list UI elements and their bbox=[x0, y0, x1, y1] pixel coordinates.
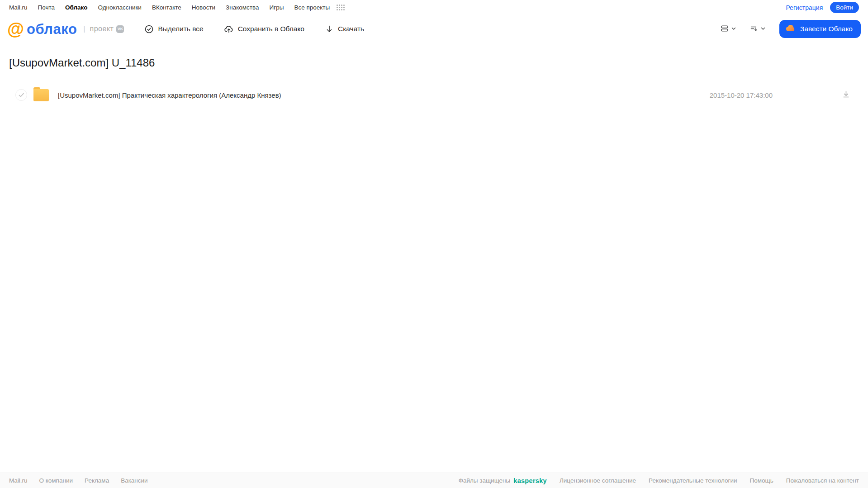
select-all-label: Выделить все bbox=[158, 25, 203, 33]
row-checkbox[interactable] bbox=[15, 89, 27, 101]
file-date: 2015-10-20 17:43:00 bbox=[710, 91, 773, 99]
cloud-upload-icon bbox=[224, 25, 233, 33]
footer-link-report[interactable]: Пожаловаться на контент bbox=[786, 477, 859, 484]
portal-link-all-projects[interactable]: Все проекты bbox=[294, 4, 330, 11]
all-projects-grid-icon[interactable] bbox=[337, 5, 345, 10]
create-cloud-button[interactable]: Завести Облако bbox=[779, 20, 861, 38]
chevron-down-icon bbox=[731, 26, 736, 33]
topbar-auth-area: Регистрация Войти bbox=[786, 2, 859, 13]
cloud-logo[interactable]: @ облако bbox=[7, 20, 77, 38]
portal-link-games[interactable]: Игры bbox=[270, 4, 284, 11]
save-to-cloud-button[interactable]: Сохранить в Облако bbox=[223, 22, 305, 36]
toolbar-view-controls: Завести Облако bbox=[719, 20, 861, 38]
footer: Mail.ru О компании Реклама Вакансии Файл… bbox=[0, 473, 868, 488]
cloud-icon bbox=[786, 24, 796, 33]
file-row[interactable]: [UsupovMarket.com] Практическая характер… bbox=[7, 84, 861, 106]
download-label: Скачать bbox=[338, 25, 364, 33]
page-title: [UsupovMarket.com] U_11486 bbox=[9, 57, 859, 69]
file-list: [UsupovMarket.com] Практическая характер… bbox=[0, 84, 868, 106]
download-icon bbox=[842, 90, 850, 99]
footer-left-links: Mail.ru О компании Реклама Вакансии bbox=[9, 477, 148, 484]
download-icon bbox=[325, 25, 333, 33]
files-protected-label: Файлы защищены bbox=[459, 477, 511, 484]
sort-dropdown[interactable] bbox=[748, 23, 768, 36]
footer-link-license[interactable]: Лицензионное соглашение bbox=[560, 477, 636, 484]
footer-link-about[interactable]: О компании bbox=[39, 477, 73, 484]
chevron-down-icon bbox=[760, 26, 766, 33]
portal-link-mailru[interactable]: Mail.ru bbox=[9, 4, 28, 11]
select-all-button[interactable]: Выделить все bbox=[144, 22, 204, 36]
row-download-button[interactable] bbox=[840, 89, 852, 101]
folder-icon bbox=[33, 89, 49, 101]
view-mode-dropdown[interactable] bbox=[719, 23, 738, 36]
main-content: [UsupovMarket.com] U_11486 [UsupovMarket… bbox=[0, 57, 868, 106]
portal-link-news[interactable]: Новости bbox=[192, 4, 215, 11]
list-view-icon bbox=[721, 24, 729, 34]
register-link[interactable]: Регистрация bbox=[786, 4, 823, 11]
portal-link-vkontakte[interactable]: ВКонтакте bbox=[152, 4, 181, 11]
portal-link-mail[interactable]: Почта bbox=[38, 4, 55, 11]
login-button[interactable]: Войти bbox=[830, 2, 859, 13]
file-name[interactable]: [UsupovMarket.com] Практическая характер… bbox=[58, 91, 281, 99]
portal-link-dating[interactable]: Знакомства bbox=[226, 4, 259, 11]
portal-link-odnoklassniki[interactable]: Одноклассники bbox=[98, 4, 141, 11]
mailru-at-icon: @ bbox=[7, 20, 24, 38]
vk-project-badge: | проект VK bbox=[83, 25, 124, 33]
portal-link-cloud[interactable]: Облако bbox=[65, 4, 87, 11]
footer-right-links: Файлы защищены kaspersky Лицензионное со… bbox=[459, 477, 859, 484]
footer-link-help[interactable]: Помощь bbox=[750, 477, 773, 484]
sort-icon bbox=[750, 24, 758, 34]
logo-separator: | bbox=[83, 25, 85, 33]
project-label: проект bbox=[90, 25, 114, 33]
save-to-cloud-label: Сохранить в Облако bbox=[238, 25, 304, 33]
kaspersky-logo[interactable]: kaspersky bbox=[513, 477, 547, 484]
footer-link-mailru[interactable]: Mail.ru bbox=[9, 477, 28, 484]
vk-icon: VK bbox=[116, 25, 124, 33]
kaspersky-protection: Файлы защищены kaspersky bbox=[459, 477, 547, 484]
cloud-toolbar: @ облако | проект VK Выделить все bbox=[0, 15, 868, 43]
create-cloud-label: Завести Облако bbox=[800, 25, 853, 33]
cloud-logo-text: облако bbox=[27, 22, 77, 36]
footer-link-jobs[interactable]: Вакансии bbox=[121, 477, 148, 484]
check-circle-icon bbox=[145, 25, 153, 33]
footer-link-recommendations[interactable]: Рекомендательные технологии bbox=[649, 477, 737, 484]
file-row-meta: 2015-10-20 17:43:00 bbox=[710, 89, 852, 101]
toolbar-actions: Выделить все Сохранить в Облако Скачать bbox=[144, 22, 384, 36]
portal-topbar: Mail.ru Почта Облако Одноклассники ВКонт… bbox=[0, 0, 868, 15]
download-button[interactable]: Скачать bbox=[324, 22, 365, 36]
footer-link-ads[interactable]: Реклама bbox=[85, 477, 109, 484]
